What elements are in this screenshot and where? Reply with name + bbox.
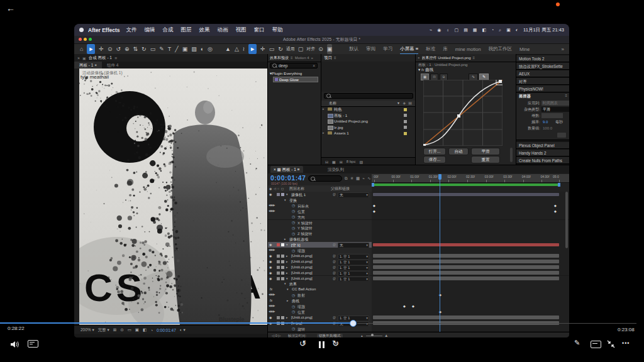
expand-icon[interactable]: ▾ bbox=[284, 198, 286, 202]
curves-effect-header[interactable]: ▾ fx 曲线 bbox=[418, 67, 433, 73]
workspace-tab-Mine[interactable]: Mine bbox=[519, 47, 530, 52]
channels-icon[interactable]: ◧ bbox=[143, 327, 147, 332]
transparency-icon[interactable]: ▣ bbox=[135, 327, 139, 332]
limb-tool-icon[interactable]: ≀ bbox=[243, 44, 245, 54]
workspace-overflow[interactable]: » bbox=[562, 47, 564, 52]
script-panel-Motion Tools 2[interactable]: Motion Tools 2 bbox=[516, 55, 569, 62]
danmaku-icon[interactable] bbox=[28, 340, 38, 348]
kf-nav-counter[interactable]: ◁ 0 ▷ bbox=[272, 332, 281, 337]
stopwatch-icon[interactable]: ◷ bbox=[292, 304, 295, 309]
mask-tool-icon[interactable]: ▭ bbox=[150, 44, 156, 54]
effects-item-selected[interactable]: Deep Glow bbox=[273, 77, 318, 82]
seek-bar-remaining[interactable] bbox=[357, 323, 636, 324]
selection-tool-icon[interactable]: ► bbox=[87, 44, 95, 54]
panel-scrollbar[interactable] bbox=[510, 148, 513, 162]
expand-icon[interactable]: ▸ bbox=[286, 260, 288, 263]
workspace-tab-学习[interactable]: 学习 bbox=[383, 46, 392, 52]
label-color-chip[interactable] bbox=[404, 120, 407, 123]
project-search-input[interactable] bbox=[324, 93, 413, 99]
workspace-tab-小屏幕[interactable]: 小屏幕 ≡ bbox=[400, 46, 418, 52]
layer-duration-bar[interactable] bbox=[373, 277, 559, 280]
expand-icon[interactable]: ▸ bbox=[284, 237, 286, 241]
seek-knob[interactable] bbox=[350, 320, 357, 327]
layer-visibility-icon[interactable]: ◉ bbox=[269, 277, 272, 280]
mini-flowchart-icon[interactable]: ⧉ bbox=[345, 176, 348, 181]
curves-save-button[interactable]: 保存... bbox=[423, 156, 446, 163]
zoom-out-mountain-icon[interactable]: ▴ bbox=[361, 332, 363, 337]
curves-smooth-button[interactable]: 平滑 bbox=[471, 148, 500, 155]
stopwatch-icon[interactable]: ◷ bbox=[292, 214, 295, 219]
list-view-icon[interactable]: ⊟ bbox=[325, 160, 328, 164]
label-color-chip[interactable] bbox=[404, 108, 407, 111]
menu-item[interactable]: 文件 bbox=[126, 26, 137, 34]
script-panel-Handy Hands 2[interactable]: Handy Hands 2 bbox=[516, 150, 569, 156]
grid-option-icon[interactable]: ▣ bbox=[327, 44, 333, 54]
camera-status-icon[interactable]: ◉ bbox=[437, 28, 441, 33]
window-status-icon[interactable]: ⌕ bbox=[499, 28, 501, 33]
new-folder-icon[interactable]: ⊞ bbox=[340, 160, 343, 164]
layer-visibility-icon[interactable]: ◉ bbox=[269, 260, 272, 263]
character-alt-tool-icon[interactable]: △ bbox=[235, 44, 239, 54]
roto-tool-icon[interactable]: ◐ bbox=[201, 44, 204, 54]
stopwatch-icon[interactable]: ◷ bbox=[292, 231, 295, 236]
rotate-tool-icon[interactable]: ↻ bbox=[142, 44, 147, 54]
sort-icon[interactable]: ▾ bbox=[397, 101, 399, 106]
menu-item[interactable]: 编辑 bbox=[145, 26, 155, 34]
search-status-icon[interactable]: ▣ bbox=[506, 28, 511, 33]
stamp-tool-icon[interactable]: ▣ bbox=[182, 44, 188, 54]
exposure-icon[interactable]: ◐ ▾ bbox=[180, 327, 186, 332]
curves-reset-button[interactable]: 重置 bbox=[471, 156, 500, 163]
rect-tool-icon[interactable]: ▭ bbox=[269, 44, 275, 54]
add-tool-icon[interactable]: ✛ bbox=[260, 44, 265, 54]
layer-visibility-icon[interactable]: ◉ bbox=[269, 254, 272, 258]
wiggler-freq-value[interactable]: 9.0 bbox=[541, 119, 553, 124]
keyframe-nav-icons[interactable]: ◀◆▶ bbox=[269, 304, 275, 307]
menu-item[interactable]: 图层 bbox=[181, 26, 192, 34]
keyframe-nav-icons[interactable]: ◀◆▶ bbox=[269, 310, 275, 313]
expand-icon[interactable]: ▾ bbox=[286, 277, 288, 280]
menu-item[interactable]: 窗口 bbox=[254, 26, 265, 34]
clock-status-icon[interactable]: ◔ bbox=[491, 28, 494, 33]
layer-duration-bar[interactable] bbox=[373, 315, 559, 319]
home-tool-icon[interactable]: ⌂ bbox=[80, 44, 83, 54]
work-area-bar[interactable] bbox=[373, 184, 559, 186]
stopwatch-icon[interactable]: ◷ bbox=[292, 248, 295, 253]
stopwatch-icon[interactable]: ◷ bbox=[292, 293, 295, 297]
script-panel-Plexus Object Panel[interactable]: Plexus Object Panel bbox=[516, 142, 569, 149]
effect-controls-tab[interactable]: 效果控件 Untitled Project.png bbox=[422, 55, 471, 61]
align-option-label[interactable]: 对齐 bbox=[306, 46, 315, 52]
pause-button[interactable] bbox=[318, 339, 325, 351]
panel-close-icon[interactable]: × bbox=[77, 56, 80, 60]
panel-lock-icon[interactable]: ▣ bbox=[82, 56, 86, 60]
curves-auto-button[interactable]: 自动 bbox=[448, 148, 469, 155]
project-tab[interactable]: 项目 bbox=[324, 55, 332, 61]
time-ruler[interactable]: :00f00:30f01:00f01:30f02:00f02:30f03:00f… bbox=[372, 174, 569, 183]
wiggler-title[interactable]: 摇摆器 bbox=[519, 94, 531, 99]
expand-icon[interactable]: ▸ bbox=[287, 299, 289, 302]
expand-icon[interactable]: ▸ bbox=[286, 265, 288, 269]
brush-tool-icon[interactable]: ╱ bbox=[175, 44, 178, 54]
label-color-chip[interactable] bbox=[277, 266, 280, 269]
project-item-row[interactable]: Untitled Project.png bbox=[321, 118, 416, 124]
expand-icon[interactable]: ▸ bbox=[323, 106, 325, 112]
parent-pickwhip-icon[interactable]: @ bbox=[333, 243, 336, 246]
current-timecode[interactable]: 0:00:01:47 bbox=[270, 174, 306, 182]
hand-tool-icon[interactable]: ✛ bbox=[99, 44, 104, 54]
timeline-lane[interactable] bbox=[372, 326, 569, 332]
keyframe-icon[interactable]: ◆ bbox=[554, 204, 557, 207]
cursor-tool-icon[interactable]: ► bbox=[248, 44, 257, 54]
apple-logo-icon[interactable] bbox=[79, 28, 84, 32]
eraser-tool-icon[interactable]: ▨ bbox=[191, 44, 197, 54]
label-color-chip[interactable] bbox=[404, 114, 407, 117]
keyframe-nav-icons[interactable]: ◀◆▶ bbox=[269, 293, 275, 296]
clear-search-icon[interactable]: × bbox=[313, 63, 315, 68]
notes-icon[interactable] bbox=[591, 341, 601, 348]
comp-tab-inactive[interactable]: 组件 4 bbox=[102, 62, 123, 69]
type-tool-icon[interactable]: T bbox=[168, 44, 172, 54]
layer-visibility-icon[interactable]: ◉ bbox=[269, 265, 272, 269]
effects-group-row[interactable]: ▾Plugin Everything bbox=[270, 71, 302, 75]
wiggler-dims-select[interactable] bbox=[541, 113, 563, 118]
layer-visibility-icon[interactable]: ◉ bbox=[269, 271, 272, 275]
script-panel-对齐[interactable]: 对齐 bbox=[516, 78, 569, 85]
project-item-row[interactable]: ▸纯色 bbox=[321, 106, 416, 112]
